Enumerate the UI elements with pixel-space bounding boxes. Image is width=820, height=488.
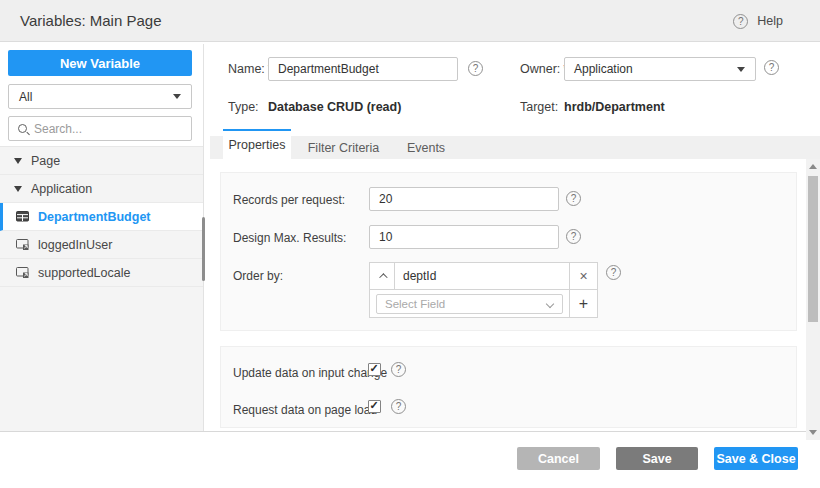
design-max-results-help-icon[interactable]: [566, 229, 581, 244]
save-button[interactable]: Save: [616, 447, 698, 470]
variables-sidebar: New Variable All Page Application Depart…: [0, 44, 204, 431]
tree-item-departmentbudget[interactable]: DepartmentBudget: [0, 203, 203, 231]
tree-item-supportedlocale[interactable]: supportedLocale: [0, 259, 203, 287]
owner-help-icon[interactable]: [764, 60, 779, 75]
tab-bar: Properties Filter Criteria Events: [210, 136, 820, 159]
target-value: hrdb/Department: [564, 100, 665, 114]
owner-select[interactable]: Application: [564, 57, 756, 81]
design-max-results-input[interactable]: [369, 225, 559, 249]
target-label: Target:: [520, 100, 558, 114]
triangle-down-icon: [14, 158, 22, 164]
request-on-load-checkbox[interactable]: [368, 400, 381, 413]
select-field-dropdown[interactable]: Select Field: [376, 294, 563, 314]
variable-icon: [16, 239, 29, 251]
request-on-load-help-icon[interactable]: [391, 399, 406, 414]
database-variable-icon: [16, 211, 29, 223]
design-max-results-label: Design Max. Results:: [233, 231, 346, 245]
help-icon: [733, 14, 748, 29]
sort-direction-button[interactable]: [370, 263, 395, 289]
search-box: [8, 116, 192, 141]
dialog-header: Variables: Main Page Help: [0, 0, 820, 42]
dialog-footer: Cancel Save Save & Close: [0, 431, 806, 488]
save-and-close-button[interactable]: Save & Close: [714, 447, 798, 470]
name-input[interactable]: [268, 57, 458, 81]
chevron-up-icon: [379, 273, 387, 281]
search-icon: [18, 124, 27, 133]
scroll-down-icon[interactable]: [809, 430, 817, 435]
request-on-load-label: Request data on page load: [233, 403, 377, 417]
scope-filter-select[interactable]: All: [8, 84, 192, 109]
type-label: Type:: [228, 100, 259, 114]
order-by-add-row: Select Field +: [370, 290, 597, 317]
new-variable-button[interactable]: New Variable: [8, 50, 192, 76]
properties-section: Records per request: Design Max. Results…: [220, 172, 797, 331]
tab-properties[interactable]: Properties: [223, 129, 291, 159]
page-title: Variables: Main Page: [20, 0, 161, 42]
name-label: Name:*: [228, 62, 273, 76]
content-scrollbar: [806, 159, 820, 440]
order-by-field-input[interactable]: [395, 263, 569, 289]
update-on-input-help-icon[interactable]: [391, 362, 406, 377]
tree-group-label: Page: [31, 154, 60, 168]
tree-group-label: Application: [31, 182, 92, 196]
variable-icon: [16, 267, 29, 279]
scroll-up-icon[interactable]: [809, 164, 817, 169]
cancel-button[interactable]: Cancel: [517, 447, 600, 470]
tab-filter-criteria[interactable]: Filter Criteria: [291, 136, 396, 159]
chevron-down-icon: [546, 299, 554, 307]
plus-icon: +: [579, 295, 588, 313]
type-value: Database CRUD (read): [268, 100, 401, 114]
help-button[interactable]: Help: [733, 0, 783, 42]
add-field-button[interactable]: +: [569, 290, 597, 317]
order-by-help-icon[interactable]: [606, 265, 621, 280]
data-options-section: Update data on input change Request data…: [220, 346, 797, 428]
tree-group-page[interactable]: Page: [0, 147, 203, 175]
update-on-input-checkbox[interactable]: [368, 363, 381, 376]
name-help-icon[interactable]: [468, 61, 483, 76]
close-icon: ×: [579, 268, 587, 284]
tree-item-loggedinuser[interactable]: loggedInUser: [0, 231, 203, 259]
select-field-placeholder: Select Field: [377, 298, 547, 310]
select-field-wrap: Select Field: [370, 290, 569, 317]
records-per-request-label: Records per request:: [233, 193, 345, 207]
order-by-label: Order by:: [233, 269, 283, 283]
tree-item-label: DepartmentBudget: [38, 210, 151, 224]
owner-value: Application: [565, 62, 737, 76]
triangle-down-icon: [14, 186, 22, 192]
variable-tree: Page Application DepartmentBudget logged…: [0, 146, 203, 431]
tab-events[interactable]: Events: [396, 136, 456, 159]
update-on-input-label: Update data on input change: [233, 366, 387, 380]
scope-filter-value: All: [9, 90, 173, 104]
tree-item-label: supportedLocale: [38, 266, 130, 280]
search-input[interactable]: [34, 122, 191, 136]
records-per-request-input[interactable]: [369, 187, 559, 211]
order-by-control: × Select Field +: [369, 262, 598, 318]
tree-group-application[interactable]: Application: [0, 175, 203, 203]
help-label: Help: [757, 14, 783, 28]
content-scrollbar-thumb[interactable]: [808, 176, 818, 322]
tree-item-label: loggedInUser: [38, 238, 112, 252]
sidebar-scrollbar-thumb[interactable]: [202, 217, 205, 281]
order-by-row: ×: [370, 263, 597, 290]
chevron-down-icon: [737, 67, 745, 72]
remove-field-button[interactable]: ×: [569, 263, 597, 289]
records-per-request-help-icon[interactable]: [566, 191, 581, 206]
owner-label: Owner:*: [520, 62, 568, 76]
chevron-down-icon: [173, 94, 181, 99]
